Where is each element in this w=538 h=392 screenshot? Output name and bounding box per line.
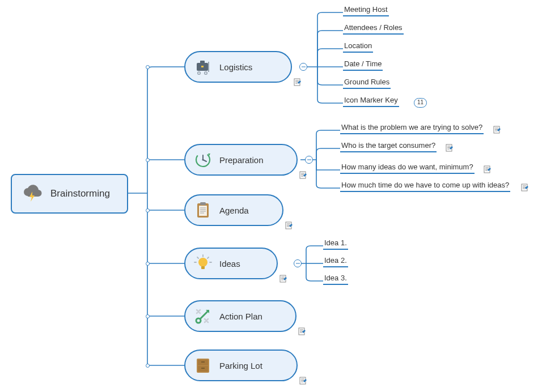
leaf-ground-rules[interactable]: Ground Rules [343,78,391,89]
branch-parking-lot[interactable]: Parking Lot [184,350,298,381]
svg-rect-21 [201,361,205,363]
branch-open-marker [146,262,150,266]
collapse-toggle-icon[interactable] [305,156,313,164]
leaf-prep-problem[interactable]: What is the problem we are trying to sol… [340,123,484,134]
briefcase-cart-icon [193,57,213,76]
drawer-cabinet-icon [193,356,213,375]
svg-rect-2 [201,66,204,67]
lightbulb-icon [193,254,213,273]
note-icon[interactable] [299,171,307,179]
root-label: Brainstorming [50,188,110,199]
cloud-lightning-icon [21,182,44,205]
branch-preparation[interactable]: Preparation [184,144,298,176]
note-icon[interactable] [521,184,529,191]
leaf-attendees-roles[interactable]: Attendees / Roles [343,23,404,35]
leaf-meeting-host[interactable]: Meeting Host [343,5,389,16]
branch-label: Action Plan [219,312,262,321]
branch-logistics[interactable]: Logistics [184,51,292,83]
branch-action-plan[interactable]: Action Plan [184,300,296,332]
branch-open-marker [146,364,150,368]
note-icon[interactable] [294,78,302,86]
branch-open-marker [146,314,150,318]
svg-point-4 [205,72,207,75]
clipboard-icon [193,201,213,220]
leaf-location[interactable]: Location [343,41,373,53]
svg-rect-1 [200,61,205,63]
branch-open-marker [146,158,150,162]
leaf-icon-marker-key[interactable]: Icon Marker Key [343,96,399,107]
leaf-idea-3[interactable]: Idea 3. [323,274,348,285]
svg-point-13 [198,258,207,267]
collapse-toggle-icon[interactable] [294,259,302,267]
note-icon[interactable] [285,221,293,229]
note-icon[interactable] [298,327,306,335]
note-icon[interactable] [279,275,287,283]
branch-open-marker [146,208,150,212]
svg-point-16 [196,318,201,323]
leaf-prep-time[interactable]: How much time do we have to come up with… [340,181,510,192]
child-count-capsule[interactable]: 11 [414,98,427,108]
clock-arrow-icon [193,150,213,169]
branch-label: Agenda [219,206,249,215]
leaf-idea-2[interactable]: Idea 2. [323,256,348,267]
leaf-idea-1[interactable]: Idea 1. [323,238,348,250]
branch-ideas[interactable]: Ideas [184,248,278,279]
svg-point-7 [202,159,204,160]
svg-rect-22 [201,368,205,369]
note-icon[interactable] [299,377,307,385]
note-icon[interactable] [484,165,492,173]
svg-rect-10 [199,206,207,216]
branch-label: Parking Lot [219,361,262,370]
branch-open-marker [146,65,150,69]
leaf-date-time[interactable]: Date / Time [343,59,383,71]
branch-agenda[interactable]: Agenda [184,194,283,226]
branch-label: Ideas [219,259,240,269]
svg-point-3 [198,72,201,75]
leaf-prep-minideas[interactable]: How many ideas do we want, minimum? [340,163,475,174]
root-node[interactable]: Brainstorming [11,174,128,214]
note-icon[interactable] [493,126,501,134]
collapse-toggle-icon[interactable] [299,63,307,71]
svg-rect-11 [200,202,206,205]
branch-label: Preparation [219,155,264,165]
strategy-arrow-icon [193,306,213,326]
note-icon[interactable] [446,144,454,152]
leaf-prep-target[interactable]: Who is the target consumer? [340,141,437,152]
branch-label: Logistics [219,62,252,72]
svg-rect-14 [201,266,205,269]
